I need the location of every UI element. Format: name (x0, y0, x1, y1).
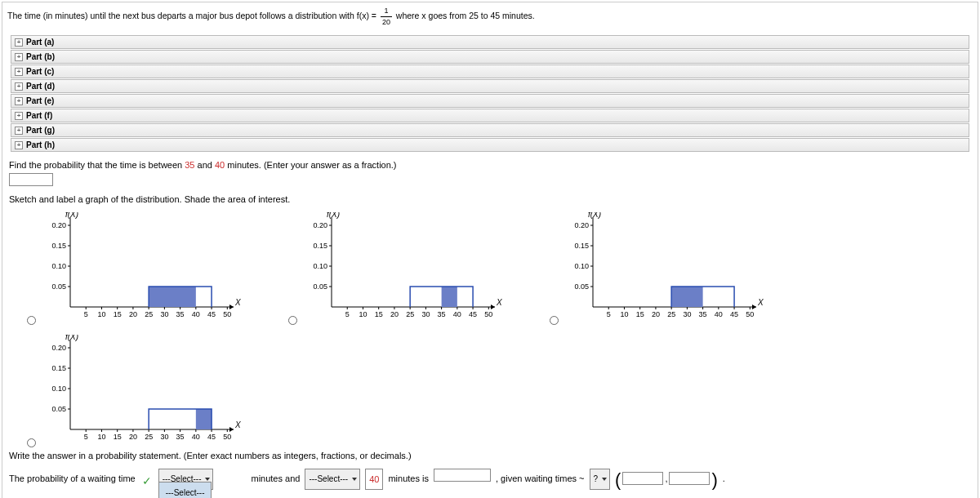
problem-container: The time (in minutes) until the next bus… (2, 2, 978, 498)
problem-intro: The time (in minutes) until the next bus… (2, 2, 978, 30)
chart-option-4[interactable]: 0.050.100.150.205101520253035404550f(X)X (27, 335, 256, 449)
dropdown-3[interactable]: ? (590, 469, 611, 490)
svg-text:35: 35 (176, 433, 185, 441)
svg-text:0.05: 0.05 (313, 282, 327, 291)
part-label: Part (g) (26, 126, 55, 135)
svg-text:40: 40 (192, 433, 200, 441)
q1-value-35: 35 (185, 160, 194, 170)
fraction: 1 20 (381, 6, 392, 27)
svg-text:0.15: 0.15 (313, 242, 327, 250)
svg-text:5: 5 (345, 310, 350, 318)
svg-text:0.10: 0.10 (51, 385, 66, 393)
plus-icon: + (15, 141, 23, 149)
svg-text:15: 15 (636, 310, 644, 318)
stmt-lead: The probability of a waiting time (9, 469, 136, 488)
svg-text:X: X (234, 420, 241, 429)
svg-text:20: 20 (129, 310, 137, 318)
part-label: Part (c) (26, 67, 54, 76)
svg-rect-129 (196, 409, 212, 429)
part-b-toggle[interactable]: +Part (b) (11, 50, 969, 64)
svg-text:10: 10 (620, 310, 628, 318)
part-d-toggle[interactable]: +Part (d) (11, 79, 969, 93)
svg-text:30: 30 (160, 433, 168, 441)
probability-statement: The probability of a waiting time ✓ ---S… (9, 469, 971, 494)
svg-text:0.15: 0.15 (51, 242, 66, 250)
svg-rect-96 (671, 287, 702, 307)
radio-icon[interactable] (288, 316, 297, 325)
stmt-t1: minutes and (218, 469, 300, 488)
question-find-probability: Find the probability that the time is be… (9, 160, 971, 186)
svg-text:25: 25 (406, 310, 414, 318)
radio-icon[interactable] (27, 316, 36, 325)
fraction-numerator: 1 (381, 6, 392, 17)
q1-text-b: and (198, 160, 215, 170)
svg-text:5: 5 (84, 433, 88, 441)
svg-text:20: 20 (652, 310, 660, 318)
intro-text-a: The time (in minutes) until the next bus… (7, 11, 379, 20)
svg-text:30: 30 (421, 310, 430, 318)
svg-text:10: 10 (97, 433, 105, 441)
svg-text:25: 25 (145, 310, 153, 318)
svg-text:X: X (496, 298, 502, 307)
param-a-input[interactable] (622, 472, 663, 485)
svg-text:45: 45 (730, 310, 738, 318)
svg-text:35: 35 (699, 310, 707, 318)
part-h-toggle[interactable]: +Part (h) (11, 138, 969, 152)
dropdown-3-value: ? (594, 474, 599, 483)
plus-icon: + (15, 82, 23, 91)
boxed-40: 40 (365, 469, 383, 490)
stmt-prob-input[interactable] (434, 469, 491, 482)
svg-text:40: 40 (453, 310, 461, 318)
svg-text:50: 50 (746, 310, 754, 318)
svg-text:20: 20 (129, 433, 137, 441)
q1-text-a: Find the probability that the time is be… (9, 160, 185, 170)
plus-icon: + (15, 68, 23, 76)
svg-text:0.15: 0.15 (574, 242, 589, 250)
svg-text:5: 5 (84, 310, 88, 318)
plus-icon: + (15, 112, 23, 120)
dropdown-1[interactable]: ---Select--- ---Select--- less than more… (158, 469, 214, 490)
svg-text:20: 20 (390, 310, 399, 318)
stmt-t3: , given waiting times ~ (496, 469, 585, 488)
chart-option-1[interactable]: 0.050.100.150.205101520253035404550f(X)X (27, 212, 256, 327)
dropdown-1-list: ---Select--- less than more than (158, 482, 212, 498)
chart-option-2[interactable]: 0.050.100.150.205101520253035404550f(X)X (288, 212, 517, 327)
part-label: Part (a) (26, 38, 54, 47)
radio-icon[interactable] (550, 316, 559, 325)
svg-text:f(X): f(X) (65, 335, 78, 341)
comma: , (665, 469, 667, 488)
part-label: Part (h) (26, 140, 55, 149)
svg-text:X: X (757, 298, 764, 307)
check-icon: ✓ (142, 469, 152, 494)
svg-text:45: 45 (207, 310, 216, 318)
svg-text:50: 50 (223, 310, 231, 318)
part-label: Part (d) (26, 82, 55, 91)
chart-option-3[interactable]: 0.050.100.150.205101520253035404550f(X)X (550, 212, 778, 327)
svg-text:30: 30 (683, 310, 691, 318)
svg-text:50: 50 (484, 310, 492, 318)
radio-icon[interactable] (27, 438, 36, 447)
chart-1: 0.050.100.150.205101520253035404550f(X)X (41, 212, 245, 327)
plus-icon: + (15, 53, 23, 61)
dropdown-2[interactable]: ---Select--- (305, 469, 360, 490)
probability-input[interactable] (9, 173, 53, 186)
svg-text:5: 5 (607, 310, 611, 318)
param-b-input[interactable] (669, 472, 710, 485)
part-f-toggle[interactable]: +Part (f) (11, 109, 969, 122)
paren-open-icon: ( (615, 471, 621, 489)
svg-text:45: 45 (469, 310, 477, 318)
fraction-denominator: 20 (381, 17, 392, 28)
dropdown-option[interactable]: ---Select--- (159, 482, 212, 498)
svg-text:10: 10 (359, 310, 367, 318)
plus-icon: + (15, 127, 23, 135)
svg-text:15: 15 (114, 433, 122, 441)
part-a-toggle[interactable]: +Part (a) (11, 35, 969, 49)
question-write-statement: Write the answer in a probability statem… (9, 451, 971, 460)
part-c-toggle[interactable]: +Part (c) (11, 64, 969, 78)
svg-text:0.20: 0.20 (313, 221, 327, 229)
svg-text:35: 35 (438, 310, 446, 318)
svg-text:25: 25 (145, 433, 153, 441)
svg-text:15: 15 (114, 310, 122, 318)
part-g-toggle[interactable]: +Part (g) (11, 123, 969, 137)
part-e-toggle[interactable]: +Part (e) (11, 94, 969, 108)
